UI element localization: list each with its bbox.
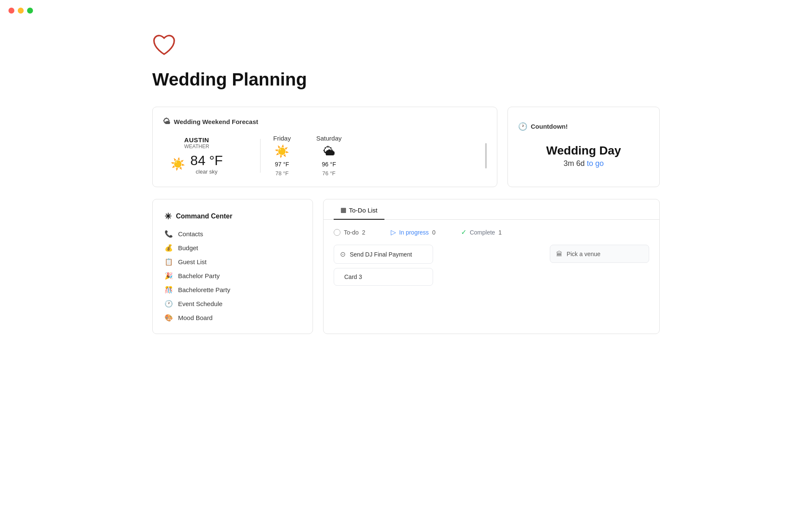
traffic-lights	[0, 0, 41, 21]
friday-icon: ☀️	[274, 144, 289, 158]
todo-count: 2	[362, 229, 365, 236]
todo-status-row: To-do 2 ▷ In progress 0 ✓ Complete 1	[334, 228, 649, 236]
complete-label: Complete	[470, 229, 495, 236]
weather-divider	[260, 139, 261, 173]
bottom-row: ✳ Command Center 📞 Contacts 💰 Budget 📋 G…	[152, 199, 660, 334]
sidebar-item-mood-board[interactable]: 🎨 Mood Board	[165, 314, 301, 322]
command-items-list: 📞 Contacts 💰 Budget 📋 Guest List 🎉 Bache…	[165, 230, 301, 322]
command-center-card: ✳ Command Center 📞 Contacts 💰 Budget 📋 G…	[152, 199, 313, 334]
status-todo[interactable]: To-do 2	[334, 229, 365, 236]
sidebar-item-event-schedule[interactable]: 🕐 Event Schedule	[165, 300, 301, 308]
forecast-saturday: Saturday 🌥 96 °F 76 °F	[316, 135, 342, 177]
countdown-title: Wedding Day	[518, 144, 649, 157]
bachelorette-party-label: Bachelorette Party	[178, 286, 230, 293]
complete-column: 🏛 Pick a venue	[550, 245, 649, 290]
tab-todo-list[interactable]: ▦ To-Do List	[334, 199, 384, 220]
saturday-icon: 🌥	[323, 144, 335, 158]
complete-item-venue[interactable]: 🏛 Pick a venue	[550, 245, 649, 263]
todo-columns: ⊙ Send DJ Final Payment Card 3	[334, 245, 649, 290]
sidebar-item-budget[interactable]: 💰 Budget	[165, 244, 301, 252]
mood-board-icon: 🎨	[165, 314, 173, 322]
todo-tabs: ▦ To-Do List	[324, 199, 659, 220]
in-progress-label: In progress	[399, 229, 429, 236]
sidebar-item-contacts[interactable]: 📞 Contacts	[165, 230, 301, 238]
budget-label: Budget	[178, 244, 198, 251]
close-button[interactable]	[8, 8, 14, 14]
dj-payment-icon: ⊙	[340, 250, 346, 258]
event-schedule-icon: 🕐	[165, 300, 173, 308]
page-title: Wedding Planning	[152, 69, 660, 90]
todo-item-card3[interactable]: Card 3	[334, 268, 433, 286]
card3-label: Card 3	[344, 273, 362, 280]
forecast-friday: Friday ☀️ 97 °F 78 °F	[273, 135, 291, 177]
current-desc: clear sky	[190, 168, 223, 175]
weather-card: 🌤 Wedding Weekend Forecast AUSTIN WEATHE…	[152, 107, 497, 187]
sidebar-item-guest-list[interactable]: 📋 Guest List	[165, 258, 301, 266]
todo-tab-label: To-Do List	[349, 207, 378, 214]
complete-count: 1	[499, 229, 502, 236]
maximize-button[interactable]	[27, 8, 33, 14]
scroll-indicator	[485, 143, 487, 168]
contacts-label: Contacts	[178, 230, 203, 237]
venue-icon: 🏛	[556, 250, 562, 257]
todo-label: To-do	[344, 229, 359, 236]
in-progress-icon: ▷	[391, 228, 396, 236]
venue-label: Pick a venue	[567, 251, 601, 257]
current-temp: 84 °F	[190, 153, 223, 168]
todo-tab-icon: ▦	[340, 206, 346, 214]
current-weather: AUSTIN WEATHER ☀️ 84 °F clear sky	[163, 136, 247, 175]
todo-body: To-do 2 ▷ In progress 0 ✓ Complete 1	[324, 220, 659, 298]
complete-icon: ✓	[461, 228, 466, 236]
clock-icon: 🕐	[518, 122, 527, 131]
minimize-button[interactable]	[18, 8, 24, 14]
countdown-time: 3m 6d to go	[518, 159, 649, 168]
countdown-card: 🕐 Countdown! Wedding Day 3m 6d to go	[508, 107, 660, 187]
guest-list-label: Guest List	[178, 258, 207, 265]
sidebar-item-bachelorette-party[interactable]: 🎊 Bachelorette Party	[165, 286, 301, 294]
weather-card-header: 🌤 Wedding Weekend Forecast	[163, 117, 487, 126]
command-center-header: ✳ Command Center	[165, 211, 301, 221]
countdown-body: Wedding Day 3m 6d to go	[518, 140, 649, 172]
budget-icon: 💰	[165, 244, 173, 252]
friday-high: 97 °F	[275, 161, 289, 168]
countdown-header: 🕐 Countdown!	[518, 122, 568, 131]
countdown-suffix: to go	[587, 159, 604, 168]
top-row: 🌤 Wedding Weekend Forecast AUSTIN WEATHE…	[152, 107, 660, 187]
todo-items-column: ⊙ Send DJ Final Payment Card 3	[334, 245, 433, 290]
todo-circle-icon	[334, 229, 340, 236]
heart-icon	[152, 34, 660, 59]
in-progress-column	[442, 245, 541, 290]
sidebar-item-bachelor-party[interactable]: 🎉 Bachelor Party	[165, 272, 301, 280]
in-progress-count: 0	[432, 229, 436, 236]
status-in-progress[interactable]: ▷ In progress 0	[391, 228, 436, 236]
countdown-header-label: Countdown!	[531, 123, 568, 130]
city-name: AUSTIN	[184, 136, 209, 144]
bachelorette-party-icon: 🎊	[165, 286, 173, 294]
bachelor-party-icon: 🎉	[165, 272, 173, 280]
saturday-label: Saturday	[316, 135, 342, 142]
friday-label: Friday	[273, 135, 291, 142]
weather-card-title: Wedding Weekend Forecast	[174, 118, 258, 125]
city-subtitle: WEATHER	[184, 144, 209, 149]
todo-item-dj-payment[interactable]: ⊙ Send DJ Final Payment	[334, 245, 433, 264]
countdown-value: 3m 6d	[563, 159, 584, 168]
guest-list-icon: 📋	[165, 258, 173, 266]
event-schedule-label: Event Schedule	[178, 300, 222, 307]
weather-body: AUSTIN WEATHER ☀️ 84 °F clear sky Friday	[163, 135, 487, 177]
current-temp-group: 84 °F clear sky	[190, 153, 223, 175]
main-content: Wedding Planning 🌤 Wedding Weekend Forec…	[110, 0, 702, 359]
forecast-days: Friday ☀️ 97 °F 78 °F Saturday 🌥 96 °F 7…	[273, 135, 342, 177]
weather-icon: 🌤	[163, 117, 170, 126]
command-icon: ✳	[165, 211, 172, 221]
status-complete[interactable]: ✓ Complete 1	[461, 228, 502, 236]
friday-low: 78 °F	[275, 170, 288, 177]
mood-board-label: Mood Board	[178, 314, 213, 321]
dj-payment-label: Send DJ Final Payment	[350, 251, 412, 258]
current-temp-row: ☀️ 84 °F clear sky	[170, 153, 223, 175]
sun-icon: ☀️	[170, 157, 185, 171]
command-center-label: Command Center	[176, 213, 232, 220]
contacts-icon: 📞	[165, 230, 173, 238]
bachelor-party-label: Bachelor Party	[178, 272, 219, 279]
todo-card: ▦ To-Do List To-do 2 ▷ In progress 0	[323, 199, 660, 334]
saturday-low: 76 °F	[322, 170, 335, 177]
